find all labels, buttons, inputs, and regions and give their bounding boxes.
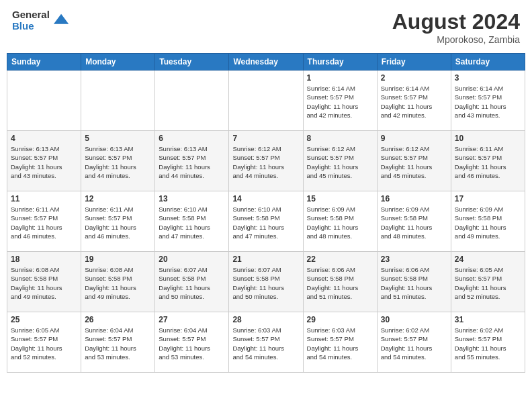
calendar-cell: 4Sunrise: 6:13 AM Sunset: 5:57 PM Daylig… xyxy=(7,131,81,191)
title-block: August 2024 Mporokoso, Zambia xyxy=(392,9,520,45)
calendar-cell: 15Sunrise: 6:09 AM Sunset: 5:58 PM Dayli… xyxy=(303,191,377,252)
calendar-cell: 21Sunrise: 6:07 AM Sunset: 5:58 PM Dayli… xyxy=(229,252,303,312)
day-number: 19 xyxy=(85,255,151,264)
logo-icon xyxy=(52,11,71,30)
day-number: 28 xyxy=(232,315,299,324)
day-info: Sunrise: 6:05 AM Sunset: 5:57 PM Dayligh… xyxy=(11,326,77,361)
day-info: Sunrise: 6:13 AM Sunset: 5:57 PM Dayligh… xyxy=(85,144,151,180)
week-row-1: 1Sunrise: 6:14 AM Sunset: 5:57 PM Daylig… xyxy=(7,71,525,131)
logo-line2: Blue xyxy=(12,21,50,32)
calendar-cell: 6Sunrise: 6:13 AM Sunset: 5:57 PM Daylig… xyxy=(155,131,229,191)
calendar-cell: 14Sunrise: 6:10 AM Sunset: 5:58 PM Dayli… xyxy=(229,191,303,252)
calendar-cell: 11Sunrise: 6:11 AM Sunset: 5:57 PM Dayli… xyxy=(7,191,81,252)
day-info: Sunrise: 6:05 AM Sunset: 5:57 PM Dayligh… xyxy=(455,265,521,301)
calendar-cell xyxy=(229,71,303,131)
week-row-5: 25Sunrise: 6:05 AM Sunset: 5:57 PM Dayli… xyxy=(7,312,525,373)
day-info: Sunrise: 6:13 AM Sunset: 5:57 PM Dayligh… xyxy=(11,144,77,180)
day-number: 5 xyxy=(85,134,151,143)
calendar-cell: 17Sunrise: 6:09 AM Sunset: 5:58 PM Dayli… xyxy=(451,191,525,252)
day-number: 6 xyxy=(159,134,225,143)
weekday-header-wednesday: Wednesday xyxy=(229,54,303,71)
weekday-header-row: SundayMondayTuesdayWednesdayThursdayFrid… xyxy=(7,54,525,71)
logo-line1: General xyxy=(12,9,50,21)
calendar-cell: 16Sunrise: 6:09 AM Sunset: 5:58 PM Dayli… xyxy=(377,191,451,252)
day-info: Sunrise: 6:10 AM Sunset: 5:58 PM Dayligh… xyxy=(232,205,299,240)
day-info: Sunrise: 6:09 AM Sunset: 5:58 PM Dayligh… xyxy=(307,205,373,240)
weekday-header-thursday: Thursday xyxy=(303,54,377,71)
day-info: Sunrise: 6:02 AM Sunset: 5:57 PM Dayligh… xyxy=(381,326,447,361)
day-number: 15 xyxy=(307,194,373,203)
day-number: 2 xyxy=(381,73,447,83)
day-info: Sunrise: 6:04 AM Sunset: 5:57 PM Dayligh… xyxy=(159,326,225,361)
day-number: 8 xyxy=(307,134,373,143)
day-number: 4 xyxy=(11,134,77,143)
day-info: Sunrise: 6:03 AM Sunset: 5:57 PM Dayligh… xyxy=(232,326,299,361)
location: Mporokoso, Zambia xyxy=(392,34,520,45)
day-number: 29 xyxy=(307,315,373,324)
calendar-cell: 19Sunrise: 6:08 AM Sunset: 5:58 PM Dayli… xyxy=(81,252,155,312)
day-number: 10 xyxy=(455,134,521,143)
day-info: Sunrise: 6:07 AM Sunset: 5:58 PM Dayligh… xyxy=(232,265,299,301)
day-number: 27 xyxy=(159,315,225,324)
day-number: 25 xyxy=(11,315,77,324)
day-info: Sunrise: 6:06 AM Sunset: 5:58 PM Dayligh… xyxy=(307,265,373,301)
day-info: Sunrise: 6:02 AM Sunset: 5:57 PM Dayligh… xyxy=(455,326,521,361)
calendar-cell: 5Sunrise: 6:13 AM Sunset: 5:57 PM Daylig… xyxy=(81,131,155,191)
calendar-cell: 23Sunrise: 6:06 AM Sunset: 5:58 PM Dayli… xyxy=(377,252,451,312)
day-info: Sunrise: 6:14 AM Sunset: 5:57 PM Dayligh… xyxy=(381,84,447,120)
week-row-3: 11Sunrise: 6:11 AM Sunset: 5:57 PM Dayli… xyxy=(7,191,525,252)
calendar-cell: 13Sunrise: 6:10 AM Sunset: 5:58 PM Dayli… xyxy=(155,191,229,252)
weekday-header-saturday: Saturday xyxy=(451,54,525,71)
calendar-cell: 1Sunrise: 6:14 AM Sunset: 5:57 PM Daylig… xyxy=(303,71,377,131)
day-number: 7 xyxy=(232,134,299,143)
calendar-cell: 22Sunrise: 6:06 AM Sunset: 5:58 PM Dayli… xyxy=(303,252,377,312)
day-info: Sunrise: 6:14 AM Sunset: 5:57 PM Dayligh… xyxy=(455,84,521,120)
day-number: 18 xyxy=(11,255,77,264)
day-number: 14 xyxy=(232,194,299,203)
day-info: Sunrise: 6:10 AM Sunset: 5:58 PM Dayligh… xyxy=(159,205,225,240)
day-info: Sunrise: 6:07 AM Sunset: 5:58 PM Dayligh… xyxy=(159,265,225,301)
calendar-cell: 30Sunrise: 6:02 AM Sunset: 5:57 PM Dayli… xyxy=(377,312,451,373)
day-number: 9 xyxy=(381,134,447,143)
calendar-cell: 9Sunrise: 6:12 AM Sunset: 5:57 PM Daylig… xyxy=(377,131,451,191)
day-number: 26 xyxy=(85,315,151,324)
day-info: Sunrise: 6:09 AM Sunset: 5:58 PM Dayligh… xyxy=(381,205,447,240)
calendar-cell: 24Sunrise: 6:05 AM Sunset: 5:57 PM Dayli… xyxy=(451,252,525,312)
day-number: 12 xyxy=(85,194,151,203)
calendar-cell: 20Sunrise: 6:07 AM Sunset: 5:58 PM Dayli… xyxy=(155,252,229,312)
day-info: Sunrise: 6:11 AM Sunset: 5:57 PM Dayligh… xyxy=(85,205,151,240)
calendar-cell: 12Sunrise: 6:11 AM Sunset: 5:57 PM Dayli… xyxy=(81,191,155,252)
calendar-cell: 18Sunrise: 6:08 AM Sunset: 5:58 PM Dayli… xyxy=(7,252,81,312)
calendar-cell xyxy=(155,71,229,131)
calendar-cell: 29Sunrise: 6:03 AM Sunset: 5:57 PM Dayli… xyxy=(303,312,377,373)
day-info: Sunrise: 6:09 AM Sunset: 5:58 PM Dayligh… xyxy=(455,205,521,240)
calendar-cell xyxy=(81,71,155,131)
calendar-cell: 26Sunrise: 6:04 AM Sunset: 5:57 PM Dayli… xyxy=(81,312,155,373)
day-number: 20 xyxy=(159,255,225,264)
day-number: 17 xyxy=(455,194,521,203)
weekday-header-tuesday: Tuesday xyxy=(155,54,229,71)
logo-text: General Blue xyxy=(12,9,50,32)
calendar-cell: 3Sunrise: 6:14 AM Sunset: 5:57 PM Daylig… xyxy=(451,71,525,131)
day-info: Sunrise: 6:13 AM Sunset: 5:57 PM Dayligh… xyxy=(159,144,225,180)
day-info: Sunrise: 6:08 AM Sunset: 5:58 PM Dayligh… xyxy=(11,265,77,301)
weekday-header-monday: Monday xyxy=(81,54,155,71)
calendar-cell: 8Sunrise: 6:12 AM Sunset: 5:57 PM Daylig… xyxy=(303,131,377,191)
calendar-cell: 10Sunrise: 6:11 AM Sunset: 5:57 PM Dayli… xyxy=(451,131,525,191)
svg-marker-0 xyxy=(54,13,69,24)
calendar-cell: 27Sunrise: 6:04 AM Sunset: 5:57 PM Dayli… xyxy=(155,312,229,373)
day-number: 11 xyxy=(11,194,77,203)
day-info: Sunrise: 6:06 AM Sunset: 5:58 PM Dayligh… xyxy=(381,265,447,301)
logo: General Blue xyxy=(12,9,71,32)
day-number: 22 xyxy=(307,255,373,264)
day-info: Sunrise: 6:11 AM Sunset: 5:57 PM Dayligh… xyxy=(455,144,521,180)
day-number: 24 xyxy=(455,255,521,264)
day-number: 3 xyxy=(455,73,521,83)
day-info: Sunrise: 6:11 AM Sunset: 5:57 PM Dayligh… xyxy=(11,205,77,240)
day-number: 30 xyxy=(381,315,447,324)
day-info: Sunrise: 6:14 AM Sunset: 5:57 PM Dayligh… xyxy=(307,84,373,120)
weekday-header-sunday: Sunday xyxy=(7,54,81,71)
day-info: Sunrise: 6:08 AM Sunset: 5:58 PM Dayligh… xyxy=(85,265,151,301)
day-info: Sunrise: 6:03 AM Sunset: 5:57 PM Dayligh… xyxy=(307,326,373,361)
calendar-cell: 31Sunrise: 6:02 AM Sunset: 5:57 PM Dayli… xyxy=(451,312,525,373)
